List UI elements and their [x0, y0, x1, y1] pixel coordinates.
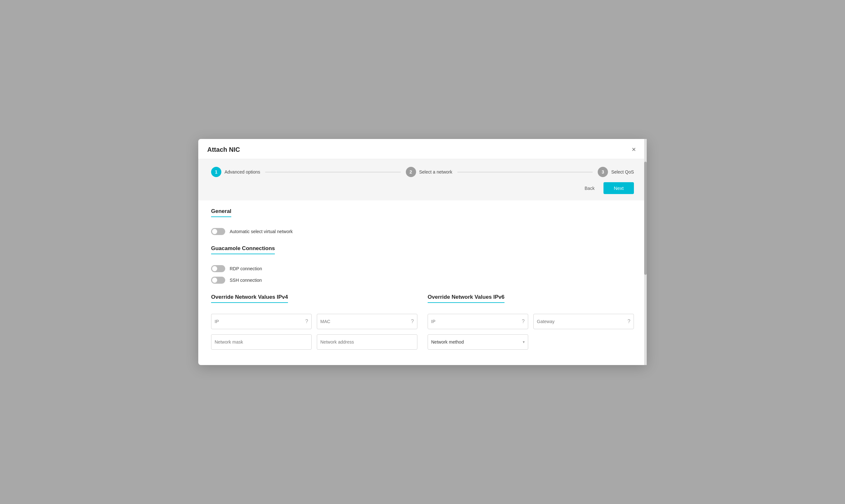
ssh-slider [211, 277, 225, 284]
rdp-slider [211, 265, 225, 272]
step-1-label: Advanced options [225, 169, 260, 175]
ipv4-mac-help-icon[interactable]: ? [411, 319, 414, 324]
general-section-header: General [211, 208, 231, 217]
ssh-toggle[interactable] [211, 277, 225, 284]
ipv4-mac-input[interactable] [320, 319, 409, 324]
ipv4-address-input[interactable] [320, 339, 414, 344]
auto-select-label: Automatic select virtual network [230, 229, 293, 234]
ipv6-row-2: Network method Static DHCP Auto ▾ [428, 334, 634, 350]
ipv6-ip-input[interactable] [431, 319, 520, 324]
rdp-toggle-row: RDP connection [211, 265, 634, 272]
ipv4-row-2 [211, 334, 417, 350]
guacamole-section-header: Guacamole Connections [211, 245, 275, 254]
ipv4-ip-wrap: ? [211, 314, 312, 329]
auto-select-toggle[interactable] [211, 228, 225, 235]
step-3-label: Select QoS [611, 169, 634, 175]
ipv4-ip-help-icon[interactable]: ? [305, 319, 308, 324]
ipv6-section: Override Network Values IPv6 ? [428, 294, 634, 355]
modal-header: Attach NIC × [198, 139, 647, 159]
ipv4-mask-group [211, 334, 312, 350]
ipv6-method-select[interactable]: Network method Static DHCP Auto [431, 339, 523, 344]
guacamole-section: Guacamole Connections RDP connection [211, 245, 634, 284]
ipv6-section-header: Override Network Values IPv6 [428, 294, 505, 303]
ipv6-row-1: ? ? [428, 314, 634, 329]
step-3: 3 Select QoS [598, 167, 634, 177]
ipv4-section-header: Override Network Values IPv4 [211, 294, 288, 303]
ipv4-mask-input[interactable] [215, 339, 308, 344]
auto-select-slider [211, 228, 225, 235]
modal-title: Attach NIC [207, 146, 240, 154]
ipv6-gateway-wrap: ? [533, 314, 634, 329]
wizard-steps: 1 Advanced options 2 Select a network [198, 159, 647, 200]
general-section: General Automatic select virtual network [211, 208, 634, 235]
steps-row: 1 Advanced options 2 Select a network [211, 167, 634, 177]
step-2-label: Select a network [419, 169, 453, 175]
next-button[interactable]: Next [603, 182, 634, 194]
auto-select-toggle-row: Automatic select virtual network [211, 228, 634, 235]
ipv6-method-group: Network method Static DHCP Auto ▾ [428, 334, 528, 350]
ipv6-gateway-group: ? [533, 314, 634, 329]
step-2-circle: 2 [406, 167, 416, 177]
ipv4-ip-group: ? [211, 314, 312, 329]
ipv4-mac-wrap: ? [317, 314, 417, 329]
step-1: 1 Advanced options [211, 167, 260, 177]
rdp-label: RDP connection [230, 266, 262, 271]
step-1-circle: 1 [211, 167, 221, 177]
modal-body: General Automatic select virtual network… [198, 200, 647, 365]
ipv4-mask-wrap [211, 334, 312, 350]
scrollbar-track[interactable] [644, 139, 647, 365]
step-3-circle: 3 [598, 167, 608, 177]
step-line-2 [457, 172, 593, 172]
override-network-grid: Override Network Values IPv4 ? [211, 294, 634, 355]
close-button[interactable]: × [630, 145, 638, 154]
ipv6-gateway-help-icon[interactable]: ? [628, 319, 630, 324]
ipv4-address-wrap [317, 334, 417, 350]
ipv6-ip-group: ? [428, 314, 528, 329]
ipv4-row-1: ? ? [211, 314, 417, 329]
rdp-toggle[interactable] [211, 265, 225, 272]
step-2: 2 Select a network [406, 167, 453, 177]
ipv6-method-wrap: Network method Static DHCP Auto ▾ [428, 334, 528, 350]
ipv6-gateway-input[interactable] [537, 319, 626, 324]
ssh-label: SSH connection [230, 277, 262, 283]
ssh-toggle-row: SSH connection [211, 277, 634, 284]
step-line-1 [265, 172, 400, 172]
ipv4-ip-input[interactable] [215, 319, 303, 324]
ipv4-mac-group: ? [317, 314, 417, 329]
wizard-actions: Back Next [211, 177, 634, 200]
ipv4-address-group [317, 334, 417, 350]
ipv6-ip-wrap: ? [428, 314, 528, 329]
network-method-chevron: ▾ [523, 340, 525, 344]
ipv4-section: Override Network Values IPv4 ? [211, 294, 417, 355]
back-button[interactable]: Back [579, 183, 600, 193]
scrollbar-thumb[interactable] [644, 162, 647, 275]
ipv6-ip-help-icon[interactable]: ? [522, 319, 525, 324]
